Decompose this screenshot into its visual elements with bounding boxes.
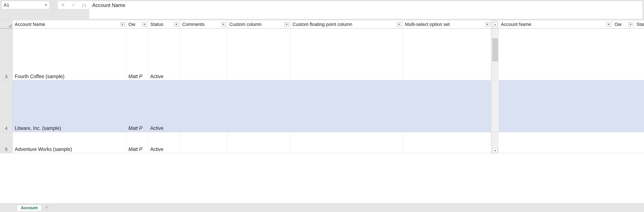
cell[interactable]: Litware, Inc. (sample) — [13, 80, 126, 132]
vertical-scrollbar[interactable] — [491, 29, 499, 80]
column-header-label: Account Name — [501, 22, 531, 27]
cell[interactable] — [290, 80, 403, 132]
filter-dropdown-icon[interactable]: ▼ — [142, 22, 147, 27]
cell[interactable] — [290, 132, 403, 153]
column-header-label: Comments — [182, 22, 204, 27]
cell[interactable]: Fourth Coffee (sample) — [13, 29, 126, 80]
filter-dropdown-icon[interactable]: ▼ — [397, 22, 401, 27]
cell[interactable] — [180, 132, 227, 153]
cell[interactable] — [180, 29, 227, 80]
cell[interactable]: Active — [148, 29, 180, 80]
column-header-row: Account Name▼Ow▼Status▼Comments▼Custom c… — [0, 20, 644, 29]
cell[interactable]: Matt P — [126, 29, 148, 80]
column-header[interactable]: Status▼ — [148, 20, 180, 28]
formula-bar: A1 ▼ ⋮ ✕ ✓ ƒx Account Name — [0, 0, 644, 20]
filter-dropdown-icon[interactable]: ▼ — [628, 22, 633, 27]
cell[interactable] — [403, 132, 491, 153]
column-header[interactable]: Custom column▼ — [227, 20, 290, 28]
cell[interactable]: Matt P — [126, 80, 148, 132]
cell[interactable] — [227, 80, 290, 132]
divider — [52, 1, 52, 19]
vertical-scrollbar[interactable]: ▼ — [491, 132, 499, 153]
drag-handle-icon[interactable]: ⋮ — [53, 0, 56, 20]
sheet-tab-account[interactable]: Account — [17, 205, 42, 211]
column-header-label: Multi-select option set — [405, 22, 450, 27]
filter-dropdown-icon[interactable]: ▼ — [485, 22, 490, 27]
column-header[interactable]: Status▼ — [634, 20, 644, 28]
add-sheet-button[interactable]: + — [44, 205, 50, 211]
table-row[interactable]: 5Adventure Works (sample)Matt PActive▼ — [0, 132, 644, 153]
column-header-label: Status — [636, 22, 644, 27]
scroll-thumb[interactable] — [492, 38, 498, 62]
column-header[interactable]: Account Name▼ — [13, 20, 126, 28]
column-header[interactable]: Comments▼ — [180, 20, 227, 28]
cell[interactable] — [403, 80, 491, 132]
formula-value: Account Name — [92, 2, 125, 8]
column-header-label: Ow — [614, 22, 622, 27]
cell[interactable]: Adventure Works (sample) — [13, 132, 126, 153]
formula-controls: ✕ ✓ ƒx — [58, 1, 89, 9]
cell[interactable] — [403, 29, 491, 80]
sheet-tab-strip: Account + ◄ ► — [0, 203, 644, 212]
column-header-label: Custom column — [230, 22, 262, 27]
cell[interactable]: Matt P — [126, 132, 148, 153]
cell[interactable] — [227, 29, 290, 80]
accept-formula-button[interactable]: ✓ — [68, 2, 79, 8]
scroll-down-button[interactable]: ▼ — [493, 148, 498, 153]
filter-dropdown-icon[interactable]: ▼ — [606, 22, 611, 27]
column-header-label: Custom floating point column — [292, 22, 352, 27]
column-header-label: Account Name — [15, 22, 45, 27]
cell[interactable]: Active — [148, 132, 180, 153]
cell[interactable] — [227, 132, 290, 153]
row-number[interactable]: 5 — [0, 132, 13, 153]
scroll-up-button[interactable]: ▲ — [493, 22, 498, 27]
formula-input[interactable]: Account Name — [89, 1, 643, 19]
chevron-down-icon: ▼ — [44, 3, 47, 7]
filter-dropdown-icon[interactable]: ▼ — [221, 22, 226, 27]
name-box-value: A1 — [4, 2, 9, 8]
column-header[interactable]: Custom floating point column▼ — [290, 20, 403, 28]
row-number[interactable]: 4 — [0, 80, 13, 132]
vertical-scrollbar[interactable]: ▲ — [491, 20, 499, 28]
select-all-corner[interactable] — [0, 20, 13, 28]
filter-dropdown-icon[interactable]: ▼ — [284, 22, 289, 27]
vertical-scrollbar[interactable] — [491, 80, 499, 132]
filter-dropdown-icon[interactable]: ▼ — [120, 22, 125, 27]
cancel-formula-button[interactable]: ✕ — [58, 2, 68, 8]
column-header[interactable]: Account Name▼ — [499, 20, 612, 28]
fx-icon[interactable]: ƒx — [79, 2, 89, 8]
column-header[interactable]: Ow▼ — [612, 20, 634, 28]
table-row[interactable]: 4Litware, Inc. (sample)Matt PActive — [0, 80, 644, 132]
spreadsheet: Account Name▼Ow▼Status▼Comments▼Custom c… — [0, 20, 644, 212]
column-header[interactable]: Multi-select option set▼ — [403, 20, 491, 28]
sheet-tab-label: Account — [21, 206, 38, 210]
cell[interactable]: Active — [148, 80, 180, 132]
filter-dropdown-icon[interactable]: ▼ — [174, 22, 179, 27]
column-header-label: Ow — [128, 22, 135, 27]
column-header-label: Status — [150, 22, 163, 27]
cell[interactable] — [290, 29, 403, 80]
table-row[interactable]: 3Fourth Coffee (sample)Matt PActive — [0, 29, 644, 80]
row-number[interactable]: 3 — [0, 29, 13, 80]
name-box[interactable]: A1 ▼ — [1, 1, 50, 9]
column-header[interactable]: Ow▼ — [126, 20, 148, 28]
cell[interactable] — [180, 80, 227, 132]
